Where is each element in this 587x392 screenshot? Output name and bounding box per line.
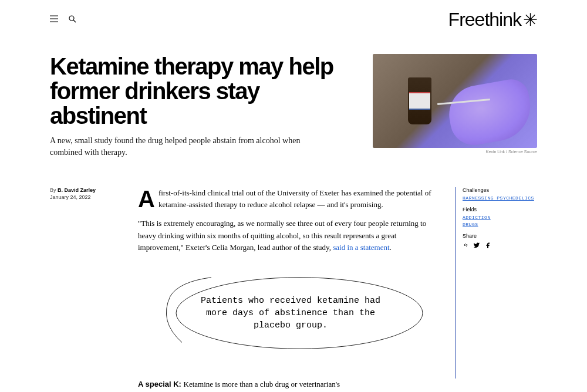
dropcap: A bbox=[138, 187, 158, 209]
article-continued: A special K: Ketamine is more than a clu… bbox=[138, 379, 355, 392]
menu-button[interactable] bbox=[50, 15, 58, 24]
image-credit: Kevin Link / Science Source bbox=[373, 150, 537, 154]
byline: By B. David Zarley January 24, 2022 bbox=[50, 187, 126, 379]
pullquote: Patients who received ketamine had more … bbox=[147, 271, 434, 355]
fields-label: Fields bbox=[463, 207, 537, 212]
article-title: Ketamine therapy may help former drinker… bbox=[50, 54, 355, 128]
facebook-share-button[interactable] bbox=[485, 241, 491, 250]
statement-link[interactable]: said in a statement bbox=[333, 243, 389, 252]
share-label: Share bbox=[463, 233, 537, 239]
article-body: Afirst-of-its-kind clinical trial out of… bbox=[138, 187, 443, 379]
twitter-share-button[interactable] bbox=[474, 241, 480, 250]
search-icon bbox=[69, 15, 76, 23]
article-sidebar: Challenges HARNESSING PSYCHEDELICS Field… bbox=[455, 187, 537, 379]
logo-text: Freethink bbox=[448, 9, 521, 31]
tag-addiction[interactable]: ADDICTION bbox=[463, 215, 537, 220]
facebook-icon bbox=[485, 242, 491, 248]
challenges-label: Challenges bbox=[463, 187, 537, 193]
twitter-icon bbox=[474, 242, 480, 248]
hero-image bbox=[373, 54, 537, 148]
hero: Ketamine therapy may help former drinker… bbox=[50, 54, 537, 158]
topbar: Freethink ✳ bbox=[50, 0, 537, 36]
site-logo[interactable]: Freethink ✳ bbox=[448, 9, 537, 31]
search-button[interactable] bbox=[69, 15, 76, 25]
link-icon bbox=[463, 242, 469, 248]
article-subtitle: A new, small study found the drug helped… bbox=[50, 135, 302, 158]
author-link[interactable]: B. David Zarley bbox=[58, 187, 96, 193]
svg-point-0 bbox=[69, 16, 74, 21]
asterisk-icon: ✳ bbox=[523, 9, 537, 30]
copy-link-button[interactable] bbox=[463, 241, 469, 250]
tag-drugs[interactable]: DRUGS bbox=[463, 222, 537, 227]
publish-date: January 24, 2022 bbox=[50, 194, 126, 200]
hamburger-icon bbox=[50, 15, 58, 22]
tag-challenges[interactable]: HARNESSING PSYCHEDELICS bbox=[463, 195, 537, 201]
